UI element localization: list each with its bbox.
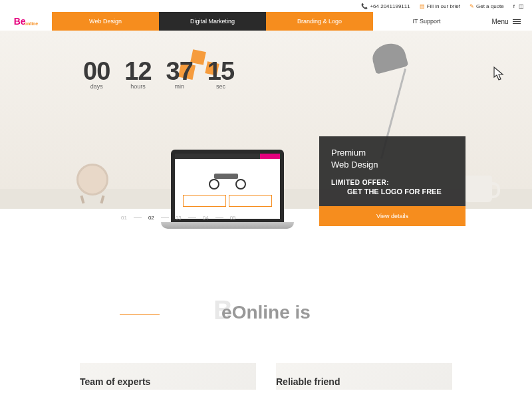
countdown-timer: 00days 12hours 37min 15sec [83,57,234,90]
top-bar: 📞+64 2041199111 ▤Fill in our brief ✎Get … [0,0,532,12]
feature-cards: Team of experts Reliable friend [0,363,532,387]
card-experts: Team of experts [80,363,256,387]
card-title: Reliable friend [276,376,452,387]
countdown-min: 37min [166,57,193,90]
alarm-clock [76,164,108,196]
quote-link[interactable]: ✎Get a quote [469,3,504,9]
phone-link[interactable]: 📞+64 2041199111 [361,3,410,9]
nav-web-design[interactable]: Web Design [52,12,159,31]
phone-text: +64 2041199111 [370,3,410,9]
quote-icon: ✎ [469,3,474,9]
promo-card: PremiumWeb Design LIMITED OFFER: GET THE… [319,136,466,226]
pager-4[interactable]: 04 [203,215,209,221]
hero-section: 00days 12hours 37min 15sec PremiumWeb De… [0,31,532,209]
coffee-mug [464,176,492,202]
section-title: BeOnline is [221,302,311,323]
card-reliable: Reliable friend [276,363,452,387]
nav-digital-marketing[interactable]: Digital Marketing [159,12,266,31]
countdown-days: 00days [83,57,110,90]
brief-text: Fill in our brief [427,3,460,9]
menu-label: Menu [491,18,508,25]
pager-1[interactable]: 01 [121,215,127,221]
brief-link[interactable]: ▤Fill in our brief [420,3,460,9]
logo[interactable]: Be online [0,12,52,31]
main-nav: Web Design Digital Marketing Branding & … [52,12,480,31]
countdown-sec: 15sec [207,57,234,90]
phone-icon: 📞 [361,3,368,9]
section-divider [120,314,160,315]
document-icon: ▤ [420,3,425,9]
social-links: f ◫ [513,3,524,9]
slide-pager: 01 02 03 04 05 [121,215,236,221]
view-details-button[interactable]: View details [319,206,466,226]
facebook-icon[interactable]: f [513,3,515,9]
promo-offer-text: GET THE LOGO FOR FREE [347,188,454,196]
hamburger-icon [513,19,521,24]
instagram-icon[interactable]: ◫ [519,3,524,9]
promo-title: PremiumWeb Design [331,147,454,171]
nav-it-support[interactable]: IT Support [373,12,480,31]
header: Be online Web Design Digital Marketing B… [0,12,532,31]
countdown-hours: 12hours [124,57,151,90]
card-title: Team of experts [80,376,256,387]
pager-3[interactable]: 03 [176,215,182,221]
about-section: BeOnline is [0,302,532,323]
nav-branding[interactable]: Branding & Logo [266,12,373,31]
quote-text: Get a quote [476,3,504,9]
menu-button[interactable]: Menu [480,12,532,31]
mouse-cursor-icon [493,66,505,81]
promo-offer-label: LIMITED OFFER: [331,179,454,186]
pager-5[interactable]: 05 [230,215,236,221]
desk-lamp [372,44,406,70]
logo-online: online [25,21,39,26]
pager-2[interactable]: 02 [148,215,154,221]
